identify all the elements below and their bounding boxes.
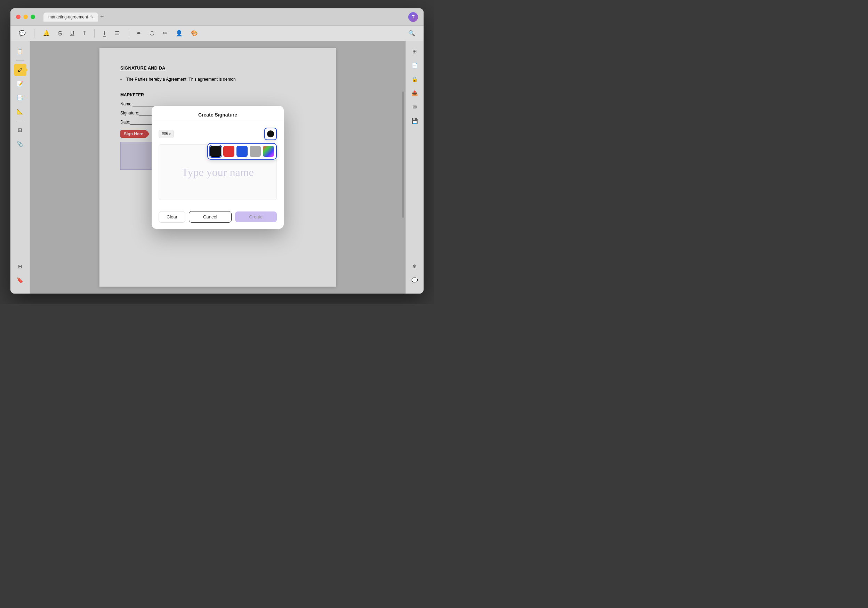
document-area: SIGNATURE AND DA - The Parties hereby a … xyxy=(30,41,406,293)
person-icon[interactable]: 👤 xyxy=(174,28,184,38)
comment-icon[interactable]: 💬 xyxy=(17,28,27,38)
sidebar-right-icon-snowflake[interactable]: ❄ xyxy=(409,260,421,273)
toolbar: 💬 🔔 S̶ U T T̲ ☰ ✒ ⬡ ✏ 👤 🎨 🔍 xyxy=(11,26,423,41)
create-signature-modal: Create Signature ⌨ ▾ xyxy=(152,106,284,229)
active-dot xyxy=(25,68,28,71)
document-tab[interactable]: marketing-agreement ✎ xyxy=(43,12,98,22)
toolbar-divider-2 xyxy=(94,29,95,37)
sidebar-right-icon-grid[interactable]: ⊞ xyxy=(409,45,421,58)
minimize-button[interactable] xyxy=(23,15,28,19)
modal-footer: Clear Cancel Create xyxy=(152,207,284,229)
sidebar-right: ⊞ 📄 🔒 📤 ✉ 💾 ❄ 💬 xyxy=(406,41,423,293)
align-icon[interactable]: ☰ xyxy=(113,28,121,38)
stamp-icon[interactable]: 🎨 xyxy=(189,28,199,38)
text-icon[interactable]: T xyxy=(81,29,88,38)
create-button[interactable]: Create xyxy=(235,211,277,222)
new-tab-button[interactable]: + xyxy=(100,13,104,20)
draw-icon[interactable]: ✒ xyxy=(135,28,143,38)
tab-edit-icon: ✎ xyxy=(90,15,93,19)
sidebar-right-icon-save[interactable]: 💾 xyxy=(409,115,421,127)
sidebar-left: 📋 🖊 📝 📑 📐 ⊞ 📎 xyxy=(11,41,30,293)
sidebar-right-icon-lock[interactable]: 🔒 xyxy=(409,73,421,85)
selected-color-dot xyxy=(267,130,274,137)
traffic-lights xyxy=(16,15,35,19)
sidebar-right-icon-share[interactable]: 📤 xyxy=(409,87,421,99)
strikethrough-icon[interactable]: S̶ xyxy=(57,28,63,39)
input-type-selector[interactable]: ⌨ ▾ xyxy=(158,130,174,138)
color-swatch-rainbow[interactable] xyxy=(263,146,274,157)
color-swatch-gray[interactable] xyxy=(250,146,261,157)
modal-title: Create Signature xyxy=(152,106,284,122)
clear-button[interactable]: Clear xyxy=(158,211,185,223)
sidebar-divider-1 xyxy=(16,60,24,61)
close-button[interactable] xyxy=(16,15,20,19)
sidebar-icon-annotate[interactable]: 🖊 xyxy=(14,64,26,76)
sidebar-icon-forms[interactable]: 📝 xyxy=(14,78,26,90)
toolbar-divider-1 xyxy=(34,29,34,37)
chevron-down-icon: ▾ xyxy=(169,132,171,136)
toolbar-right: 🔍 xyxy=(407,30,417,37)
shape-icon[interactable]: ⬡ xyxy=(148,28,156,38)
keyboard-icon: ⌨ xyxy=(162,132,167,136)
text-box-icon[interactable]: T̲ xyxy=(102,28,108,38)
search-icon[interactable]: 🔍 xyxy=(407,29,417,37)
sidebar-icon-attachments[interactable]: 📎 xyxy=(14,138,26,150)
titlebar: marketing-agreement ✎ + T xyxy=(11,8,423,26)
sidebar-icon-layers-bottom[interactable]: ⊞ xyxy=(14,260,26,273)
modal-body: ⌨ ▾ xyxy=(152,122,284,207)
sidebar-icon-layers[interactable]: ⊞ xyxy=(14,124,26,136)
modal-toolbar: ⌨ ▾ xyxy=(158,128,277,140)
sidebar-icon-bookmarks[interactable]: 📑 xyxy=(14,92,26,104)
avatar[interactable]: T xyxy=(408,12,418,22)
cancel-button[interactable]: Cancel xyxy=(189,211,231,223)
color-dropdown xyxy=(207,143,277,160)
maximize-button[interactable] xyxy=(31,15,35,19)
sidebar-right-icon-chat[interactable]: 💬 xyxy=(409,274,421,287)
pen-icon[interactable]: ✏ xyxy=(161,28,169,38)
color-swatch-black[interactable] xyxy=(210,146,221,157)
sidebar-right-icon-doc[interactable]: 📄 xyxy=(409,59,421,72)
sidebar-right-icon-mail[interactable]: ✉ xyxy=(409,101,421,113)
sidebar-divider-2 xyxy=(16,121,24,121)
sidebar-icon-measure[interactable]: 📐 xyxy=(14,105,26,118)
modal-overlay: Create Signature ⌨ ▾ xyxy=(30,41,406,293)
color-swatch-blue[interactable] xyxy=(237,146,248,157)
sidebar-icon-pages[interactable]: 📋 xyxy=(14,45,26,58)
sidebar-icon-bookmark[interactable]: 🔖 xyxy=(14,274,26,287)
signature-placeholder: Type your name xyxy=(181,166,254,179)
color-picker-button[interactable] xyxy=(264,128,277,140)
underline-icon[interactable]: U xyxy=(69,29,76,38)
tab-title: marketing-agreement xyxy=(48,15,88,20)
color-swatch-red[interactable] xyxy=(223,146,234,157)
highlight-icon[interactable]: 🔔 xyxy=(41,28,51,38)
